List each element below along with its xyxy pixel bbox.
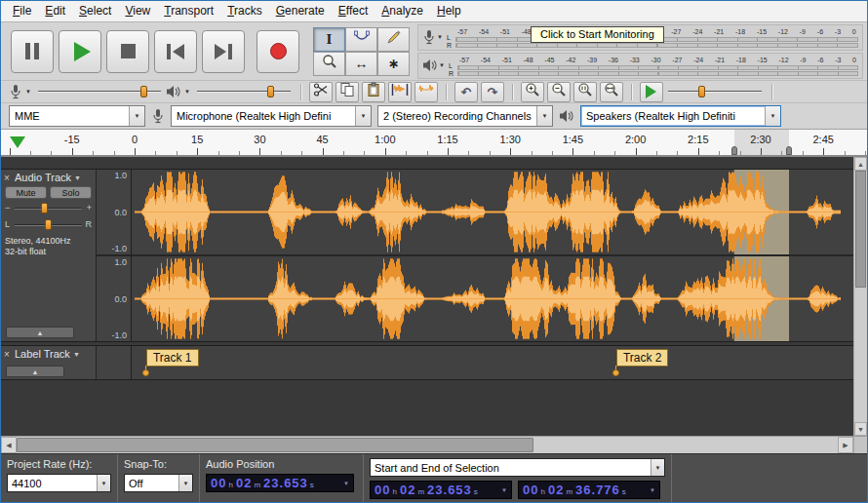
playback-volume-slider[interactable] <box>195 83 293 100</box>
paste-button[interactable] <box>362 82 385 102</box>
play-at-speed-button[interactable] <box>640 82 663 102</box>
dropdown-caret-icon[interactable]: ▼ <box>129 106 144 126</box>
dropdown-caret-icon[interactable]: ▼ <box>355 106 371 126</box>
recording-device-select[interactable]: Microphone (Realtek High Defini▼ <box>171 105 372 127</box>
playback-device-select[interactable]: Speakers (Realtek High Definiti▼ <box>580 105 781 127</box>
vertical-scroll-thumb[interactable] <box>855 171 866 288</box>
selection-grip[interactable] <box>731 146 737 155</box>
zoom-in-button[interactable] <box>521 82 544 102</box>
stop-button[interactable] <box>106 30 149 73</box>
waveform-area[interactable] <box>132 170 853 341</box>
playback-meter[interactable]: ▼ LR -57-54-51-48-45-42-39-36-33-30-27-2… <box>417 53 863 79</box>
audio-position-display[interactable]: 00h02m23.653s▼ <box>206 474 354 492</box>
menu-item-effect[interactable]: Effect <box>332 1 375 21</box>
dropdown-caret-icon[interactable]: ▼ <box>498 487 507 493</box>
playback-meter-caret-icon[interactable]: ▼ <box>439 62 445 68</box>
time-minutes[interactable]: 02 <box>400 483 415 497</box>
label-text[interactable]: Track 1 <box>146 349 199 367</box>
solo-button[interactable]: Solo <box>50 186 92 199</box>
label-track-panel[interactable]: × Label Track ▼ ▲ <box>1 346 97 379</box>
time-shift-tool-button[interactable]: ↔ <box>345 52 377 76</box>
label-track-title[interactable]: Label Track <box>15 348 70 360</box>
track-menu-caret-icon[interactable]: ▼ <box>73 351 80 358</box>
label-flag[interactable]: Track 1 <box>142 348 199 377</box>
audio-track-panel[interactable]: × Audio Track ▼ Mute Solo − + L <box>1 170 97 341</box>
pan-slider[interactable]: L R <box>5 218 92 232</box>
waveform-left-channel[interactable] <box>132 170 853 254</box>
fit-selection-button[interactable] <box>573 82 597 102</box>
pause-button[interactable] <box>11 30 54 73</box>
record-button[interactable] <box>256 30 299 73</box>
dropdown-caret-icon[interactable]: ▼ <box>340 481 349 486</box>
monitoring-tooltip[interactable]: Click to Start Monitoring <box>531 26 664 43</box>
play-button[interactable] <box>59 30 101 73</box>
selection-grip[interactable] <box>786 146 792 155</box>
track-menu-caret-icon[interactable]: ▼ <box>74 174 81 181</box>
time-seconds[interactable]: 23.653 <box>263 476 308 490</box>
dropdown-caret-icon[interactable]: ▼ <box>97 475 110 491</box>
slider-thumb[interactable] <box>267 86 274 97</box>
mute-button[interactable]: Mute <box>5 186 47 199</box>
slider-thumb[interactable] <box>698 86 705 97</box>
recording-meter-caret-icon[interactable]: ▼ <box>437 34 443 40</box>
dropdown-caret-icon[interactable]: ▼ <box>651 459 664 476</box>
time-minutes[interactable]: 02 <box>548 483 564 497</box>
timeline-ruler[interactable]: -1501530451:001:151:301:452:002:152:302:… <box>1 130 867 157</box>
envelope-tool-button[interactable] <box>345 27 377 52</box>
menu-item-transport[interactable]: Transport <box>157 1 220 21</box>
time-seconds[interactable]: 23.653 <box>427 483 472 497</box>
draw-tool-button[interactable] <box>377 27 410 52</box>
skip-to-start-button[interactable] <box>154 30 197 73</box>
close-track-button[interactable]: × <box>4 349 15 360</box>
time-hours[interactable]: 00 <box>375 483 390 497</box>
label-marker-icon[interactable] <box>612 369 619 376</box>
label-area[interactable]: Track 1Track 2 <box>132 346 853 379</box>
vertical-scrollbar[interactable]: ▲ ▼ <box>853 157 867 436</box>
gain-slider-thumb[interactable] <box>41 203 48 213</box>
zoom-out-button[interactable] <box>547 82 571 102</box>
scroll-left-button[interactable]: ◀ <box>1 437 17 453</box>
scroll-up-button[interactable]: ▲ <box>854 157 867 171</box>
scroll-down-button[interactable]: ▼ <box>854 422 867 436</box>
multi-tool-button[interactable]: ∗ <box>377 52 410 76</box>
cut-button[interactable] <box>309 82 333 102</box>
dropdown-caret-icon[interactable]: ▼ <box>536 106 552 126</box>
menu-item-view[interactable]: View <box>118 1 157 21</box>
zoom-tool-button[interactable] <box>313 52 345 76</box>
menu-item-file[interactable]: File <box>6 1 38 21</box>
menu-item-tracks[interactable]: Tracks <box>220 1 269 21</box>
silence-audio-button[interactable] <box>414 82 438 102</box>
menu-item-analyze[interactable]: Analyze <box>375 1 430 21</box>
skip-to-end-button[interactable] <box>202 30 245 73</box>
selection-mode-select[interactable]: Start and End of Selection▼ <box>370 458 665 477</box>
label-text[interactable]: Track 2 <box>616 349 669 367</box>
close-track-button[interactable]: × <box>4 173 15 183</box>
trim-audio-button[interactable] <box>388 82 412 102</box>
audio-track-title[interactable]: Audio Track <box>15 172 71 183</box>
waveform-right-channel[interactable] <box>132 256 853 341</box>
redo-button[interactable]: ↷ <box>481 82 504 102</box>
vertical-scale-ruler[interactable]: 1.0 0.0 -1.0 1.0 0.0 -1.0 <box>97 170 132 341</box>
recording-channels-select[interactable]: 2 (Stereo) Recording Channels▼ <box>377 105 553 127</box>
menu-item-edit[interactable]: Edit <box>38 1 72 21</box>
dropdown-caret-icon[interactable]: ▼ <box>647 487 655 493</box>
copy-button[interactable] <box>335 82 359 102</box>
fit-project-button[interactable] <box>600 82 623 102</box>
time-seconds[interactable]: 36.776 <box>575 483 620 497</box>
selection-start-display[interactable]: 00h02m23.653s▼ <box>370 481 512 499</box>
menu-item-help[interactable]: Help <box>430 1 468 21</box>
label-marker-icon[interactable] <box>142 369 149 376</box>
collapse-label-track-button[interactable]: ▲ <box>6 366 64 377</box>
collapse-track-button[interactable]: ▲ <box>6 327 74 338</box>
slider-thumb[interactable] <box>140 86 147 97</box>
horizontal-scroll-thumb[interactable] <box>17 438 533 452</box>
undo-button[interactable]: ↶ <box>454 82 478 102</box>
time-hours[interactable]: 00 <box>211 476 226 490</box>
selection-tool-button[interactable]: I <box>313 27 345 52</box>
horizontal-scroll-track[interactable] <box>17 437 838 453</box>
label-flag[interactable]: Track 2 <box>612 348 669 377</box>
timeline-pin-icon[interactable] <box>10 136 25 148</box>
vertical-scroll-track[interactable] <box>854 288 867 422</box>
selection-end-display[interactable]: 00h02m36.776s▼ <box>518 481 660 499</box>
audio-host-select[interactable]: MME▼ <box>9 105 145 127</box>
